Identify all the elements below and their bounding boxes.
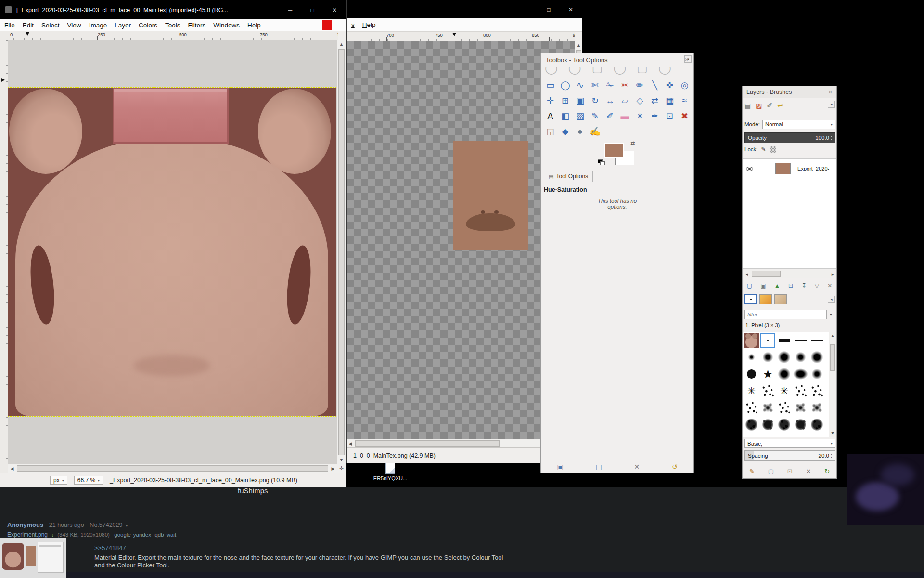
delete-tool-options-icon[interactable]: ✕ [634,463,640,470]
close-icon[interactable]: ✕ [828,89,833,95]
tool-bucket-fill[interactable]: ◱ [543,124,558,139]
undo-history-tab-icon[interactable]: ↩ [777,102,783,109]
brush-sparkle-1[interactable] [744,383,759,398]
brush-fuzzy-5[interactable] [809,350,824,365]
link-wait[interactable]: wait [167,532,176,538]
raise-layer-icon[interactable]: ▲ [774,283,780,289]
brush-dash-1[interactable] [777,333,792,348]
tool-crop[interactable]: ▣ [573,93,588,108]
reset-tool-options-icon[interactable]: ↺ [672,463,678,470]
window1-horizontal-scrollbar[interactable]: ◀ ▶ [8,464,337,473]
tool-paintbrush[interactable]: ✐ [603,108,617,124]
tool-mypaint-brush[interactable]: ✍ [588,124,603,139]
anchor-layer-icon[interactable]: ↧ [801,283,806,289]
edit-brush-icon[interactable]: ✎ [749,468,755,474]
brush-fuzzy-7[interactable] [809,367,824,381]
scroll-down-icon[interactable]: ▼ [829,429,836,437]
link-google[interactable]: google [114,532,131,538]
scroll-left-icon[interactable]: ◀ [346,440,354,447]
layer-list-scrollbar[interactable]: ◂ ▸ [743,270,836,278]
refresh-brushes-icon[interactable]: ↻ [824,468,830,474]
menu-edit[interactable]: Edit [19,20,38,30]
save-tool-options-icon[interactable]: ▣ [557,463,563,470]
tool-perspective[interactable]: ◇ [632,93,647,108]
new-brush-icon[interactable]: ▢ [768,468,774,474]
brush-blob[interactable] [793,367,808,381]
menu-image[interactable]: Image [85,20,111,30]
tool-pencil[interactable]: ✎ [588,108,603,124]
tool-move[interactable]: ✛ [543,93,558,108]
brush-scatter-2[interactable] [793,383,808,398]
post-menu-caret-icon[interactable]: ▾ [126,523,128,528]
tool-text[interactable]: A [543,108,558,124]
brush-category-select[interactable]: Basic, ▾ [744,439,835,448]
brush-circle[interactable] [744,367,759,381]
scroll-thumb[interactable] [17,465,328,472]
download-icon[interactable]: ↓ [51,532,54,538]
lock-alpha-icon[interactable] [770,146,776,153]
link-iqdb[interactable]: iqdb [154,532,164,538]
tool-airbrush[interactable]: ✴ [632,108,647,124]
tool-rotate[interactable]: ↻ [588,93,603,108]
menu-filters[interactable]: Filters [184,20,209,30]
tool-scissors-select[interactable]: ✂ [617,78,632,93]
brush-grunge-3[interactable] [777,417,792,432]
tool-zoom[interactable]: ◎ [677,78,692,93]
brush-spray-1[interactable] [760,400,775,415]
brushes-tab-icon[interactable]: ▨ [756,102,762,109]
brush-fuzzy-3[interactable] [777,350,792,365]
scroll-thumb[interactable] [338,49,345,455]
tool-color-picker[interactable]: ╲ [647,78,662,93]
tab-tool-options[interactable]: ▤ Tool Options [544,171,593,182]
tool-alignment[interactable]: ⊞ [558,93,573,108]
scroll-thumb[interactable] [830,344,835,371]
maximize-button[interactable]: □ [538,0,560,18]
menu-select[interactable]: Select [38,20,64,30]
scroll-right-icon[interactable]: ▶ [329,465,337,473]
menu-help[interactable]: Help [244,20,265,30]
tool-foreground-select[interactable]: ✏ [632,78,647,93]
tool-flip[interactable]: ⇄ [647,93,662,108]
toolbox-titlebar[interactable]: Toolbox - Tool Options ✕ [541,53,693,66]
menu-file[interactable]: File [0,20,19,30]
tool-intelligent-scissors[interactable]: ✁ [603,78,617,93]
brush-fuzzy-6[interactable] [777,367,792,381]
foreground-color-swatch[interactable] [604,143,624,158]
spinner-arrows-icon[interactable]: ▴▾ [831,135,832,141]
tool-eraser[interactable]: ▬ [617,108,632,124]
tool-clone[interactable]: ⊡ [662,108,677,124]
scroll-up-icon[interactable]: ▲ [829,332,836,340]
window1-titlebar[interactable]: [_Export_2020-03-25-08-38-03_cf_m_face_0… [0,0,346,19]
scroll-down-icon[interactable]: ▼ [338,456,346,464]
brush-scatter-3[interactable] [809,383,824,398]
brush-star[interactable] [760,367,775,381]
merge-down-icon[interactable]: ▽ [815,283,819,289]
navigation-pan-icon[interactable]: ✛ [337,464,346,473]
brush-spray-3[interactable] [809,400,824,415]
brush-pixel-selected[interactable] [760,333,775,348]
brush-scatter-1[interactable] [760,383,775,398]
tool-rectangle-select[interactable]: ▭ [543,78,558,93]
zoom-select[interactable]: 66.7 % ▾ [74,476,103,485]
tool-ellipse-select[interactable]: ◯ [558,78,573,93]
window1-canvas[interactable] [8,40,337,464]
layers-tab-icon[interactable]: ▤ [744,102,751,109]
tool-measure[interactable]: ✜ [662,78,677,93]
brush-grunge-4[interactable] [793,417,808,432]
window2-titlebar[interactable]: ─ □ ✕ [346,0,582,18]
duplicate-brush-icon[interactable]: ⊡ [787,468,793,474]
tab-menu-button[interactable]: ◂ [828,101,835,108]
tool-shear[interactable]: ▱ [617,93,632,108]
scroll-right-icon[interactable]: ▸ [829,270,836,278]
brush-scatter-4[interactable] [744,400,759,415]
layer-row[interactable]: _Export_2020- [743,159,836,178]
brush-filter-input[interactable] [744,310,827,319]
brush-spray-2[interactable] [793,400,808,415]
link-yandex[interactable]: yandex [133,532,151,538]
brush-grunge-5[interactable] [809,417,824,432]
brush-swatch-tan[interactable] [774,294,787,304]
panel-titlebar[interactable]: Layers - Brushes ✕ [743,86,836,98]
brush-grunge-2[interactable] [760,417,775,432]
face-texture-image[interactable] [8,88,336,416]
tool-heal[interactable]: ◧ [558,108,573,124]
